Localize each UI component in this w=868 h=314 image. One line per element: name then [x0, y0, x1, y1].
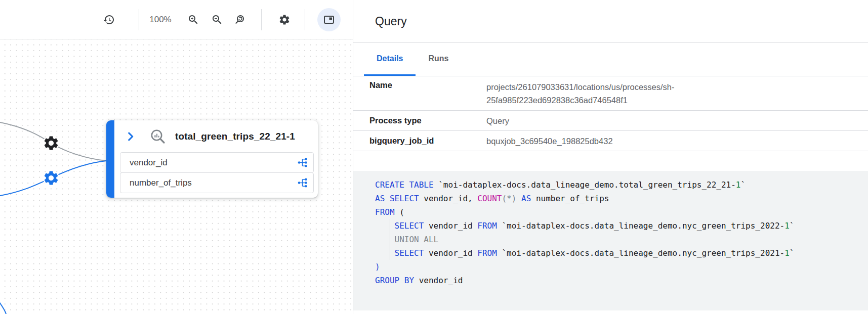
sql-token	[375, 221, 395, 231]
sql-line: AS SELECT vendor_id, COUNT(*) AS number_…	[375, 192, 868, 205]
detail-label: bigquery_job_id	[353, 136, 486, 146]
history-button[interactable]	[103, 14, 115, 26]
expand-chevron-icon[interactable]	[125, 131, 136, 142]
sql-token: 1	[784, 248, 790, 258]
sql-token	[516, 194, 521, 203]
detail-row: Process typeQuery	[353, 111, 868, 131]
lineage-canvas[interactable]: total_green_trips_22_21-1 vendor_idnumbe…	[0, 0, 353, 314]
sql-line: UNION ALL	[375, 233, 868, 246]
toolbar-divider	[139, 9, 139, 30]
field-name: number_of_trips	[130, 178, 192, 188]
sql-token	[385, 194, 390, 203]
details-panel: Query DetailsRuns Nameprojects/261079033…	[353, 0, 868, 314]
node-field-list: vendor_idnumber_of_trips	[120, 152, 314, 193]
bigquery-table-icon	[149, 128, 167, 145]
sql-token: )	[375, 262, 380, 272]
detail-value: Query	[486, 114, 509, 127]
sql-token: vendor_id	[424, 248, 477, 258]
node-field-vendor_id[interactable]: vendor_id	[120, 152, 314, 173]
sql-token: vendor_id	[424, 221, 477, 231]
sql-token	[375, 248, 395, 258]
sql-token: vendor_id,	[419, 194, 478, 203]
zoom-level-label: 100%	[146, 15, 175, 25]
sql-token: `	[740, 180, 746, 190]
sql-token: (*)	[502, 194, 516, 203]
sql-token: number_of_trips	[531, 194, 609, 203]
detail-value-line: 25fa985f223ed692838c36ad746548f1	[486, 94, 674, 107]
tab-runs[interactable]: Runs	[416, 43, 461, 76]
panel-header: Query	[353, 0, 868, 43]
sql-token: 1	[784, 221, 790, 231]
panel-tabbar: DetailsRuns	[353, 43, 868, 76]
detail-value: projects/261079033631/locations/us/proce…	[486, 80, 674, 107]
sql-token: UNION ALL	[395, 235, 439, 244]
lineage-app-window: total_green_trips_22_21-1 vendor_idnumbe…	[0, 0, 868, 314]
edge-corner-blue	[0, 302, 6, 314]
sql-line: GROUP BY vendor_id	[375, 274, 868, 287]
sql-token: FROM	[477, 221, 497, 231]
details-table: Nameprojects/261079033631/locations/us/p…	[353, 76, 868, 151]
detail-row: bigquery_job_idbquxjob_3c69540e_198825db…	[353, 131, 868, 151]
sql-token: vendor_id	[414, 276, 463, 285]
column-lineage-icon[interactable]	[297, 157, 309, 168]
toolbar-divider	[261, 9, 262, 30]
lineage-node-card[interactable]: total_green_trips_22_21-1 vendor_idnumbe…	[106, 120, 318, 198]
detail-row: Nameprojects/261079033631/locations/us/p…	[353, 76, 868, 111]
sql-token: SELECT	[390, 194, 419, 203]
sql-line: FROM (	[375, 205, 868, 219]
sql-token: GROUP BY	[375, 276, 414, 285]
node-header[interactable]: total_green_trips_22_21-1	[114, 120, 318, 152]
sql-token: COUNT	[477, 194, 502, 203]
detail-label: Name	[353, 80, 486, 90]
sql-line: SELECT vendor_id FROM `moi-dataplex-docs…	[375, 219, 868, 233]
node-title: total_green_trips_22_21-1	[175, 131, 295, 142]
sql-token: FROM	[477, 248, 497, 258]
zoom-reset-button[interactable]	[234, 14, 246, 26]
indent-guide	[390, 219, 390, 260]
node-field-number_of_trips[interactable]: number_of_trips	[120, 172, 314, 193]
zoom-in-button[interactable]	[187, 14, 199, 26]
sql-token: SELECT	[395, 248, 424, 258]
toolbar-divider	[305, 9, 305, 30]
detail-label: Process type	[353, 116, 486, 125]
panel-title: Query	[375, 15, 407, 28]
sql-token: `moi-dataplex-docs.data_lineage_demo.nyc…	[497, 221, 784, 231]
sql-token: `moi-dataplex-docs.data_lineage_demo.tot…	[434, 180, 736, 190]
zoom-out-button[interactable]	[211, 14, 223, 26]
toggle-side-panel-button[interactable]	[317, 8, 341, 31]
sql-token: (	[395, 207, 404, 217]
detail-value-line: bquxjob_3c69540e_198825db432	[486, 134, 613, 148]
detail-value-line: Query	[486, 114, 509, 127]
tab-details[interactable]: Details	[364, 43, 416, 76]
settings-gear-button[interactable]	[278, 14, 291, 26]
canvas-toolbar: 100%	[0, 0, 353, 39]
field-name: vendor_id	[130, 158, 168, 168]
sql-token: SELECT	[395, 221, 424, 231]
sql-token: `	[790, 248, 795, 258]
sql-token: CREATE TABLE	[375, 180, 434, 190]
sql-token: AS	[521, 194, 531, 203]
sql-token: FROM	[375, 207, 395, 217]
sql-token: `moi-dataplex-docs.data_lineage_demo.nyc…	[497, 248, 784, 258]
detail-value: bquxjob_3c69540e_198825db432	[486, 134, 613, 148]
sql-code-lines: CREATE TABLE `moi-dataplex-docs.data_lin…	[375, 178, 868, 287]
sql-code-block: CREATE TABLE `moi-dataplex-docs.data_lin…	[353, 171, 868, 310]
detail-value-line: projects/261079033631/locations/us/proce…	[486, 80, 674, 94]
node-accent-bar	[106, 120, 114, 198]
sql-token	[375, 235, 395, 244]
sql-line: CREATE TABLE `moi-dataplex-docs.data_lin…	[375, 178, 868, 192]
sql-token: AS	[375, 194, 385, 203]
sql-line: )	[375, 260, 868, 274]
side-panel-icon	[323, 14, 335, 26]
sql-line: SELECT vendor_id FROM `moi-dataplex-docs…	[375, 246, 868, 260]
sql-token: `	[790, 221, 795, 231]
column-lineage-icon[interactable]	[297, 177, 309, 189]
